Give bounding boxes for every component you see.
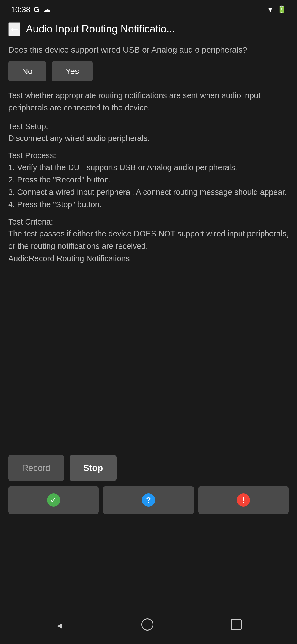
result-buttons-row: ✓ ? !: [8, 486, 289, 514]
question-icon: ?: [142, 493, 155, 507]
test-setup-section: Test Setup: Disconnect any wired audio p…: [8, 122, 289, 144]
nav-home-button[interactable]: [136, 616, 159, 636]
time-display: 10:38: [11, 5, 30, 14]
test-process-body: 1. Verify that the DUT supports USB or A…: [8, 161, 289, 211]
yesno-row: No Yes: [8, 61, 289, 81]
no-button[interactable]: No: [8, 61, 46, 81]
wifi-icon: ▼: [267, 5, 274, 14]
main-content: Does this device support wired USB or An…: [0, 41, 297, 365]
status-bar: 10:38 G ☁ ▼ 🔋: [0, 0, 297, 17]
nav-recents-button[interactable]: [225, 616, 247, 635]
page-title: Audio Input Routing Notificatio...: [26, 23, 289, 35]
pass-icon: ✓: [47, 493, 60, 507]
recents-icon: [231, 619, 242, 630]
status-right: ▼ 🔋: [267, 5, 286, 14]
fail-button[interactable]: !: [198, 486, 289, 514]
info-button[interactable]: ?: [103, 486, 194, 514]
test-criteria-section: Test Criteria: The test passes if either…: [8, 217, 289, 265]
battery-icon: 🔋: [277, 5, 286, 14]
test-criteria-body: The test passes if either the device DOE…: [8, 228, 289, 265]
yes-button[interactable]: Yes: [52, 61, 93, 81]
description-text: Test whether appropriate routing notific…: [8, 90, 289, 114]
stop-button[interactable]: Stop: [70, 455, 117, 481]
fail-icon: !: [237, 493, 250, 507]
status-left: 10:38 G ☁: [11, 5, 51, 14]
home-icon: [141, 618, 153, 631]
test-process-title: Test Process:: [8, 151, 289, 160]
test-criteria-title: Test Criteria:: [8, 217, 289, 227]
cloud-icon: ☁: [43, 5, 51, 14]
record-button[interactable]: Record: [8, 455, 64, 481]
question-text: Does this device support wired USB or An…: [8, 44, 289, 56]
test-setup-body: Disconnect any wired audio peripherals.: [8, 132, 289, 144]
back-button[interactable]: ←: [8, 22, 20, 36]
test-process-section: Test Process: 1. Verify that the DUT sup…: [8, 151, 289, 211]
nav-bar: ◄: [0, 607, 297, 644]
test-setup-title: Test Setup:: [8, 122, 289, 131]
toolbar: ← Audio Input Routing Notificatio...: [0, 17, 297, 41]
google-icon: G: [34, 5, 40, 14]
pass-button[interactable]: ✓: [8, 486, 99, 514]
record-stop-row: Record Stop: [8, 455, 289, 481]
nav-back-button[interactable]: ◄: [50, 618, 70, 634]
action-area: Record Stop ✓ ? !: [0, 450, 297, 522]
